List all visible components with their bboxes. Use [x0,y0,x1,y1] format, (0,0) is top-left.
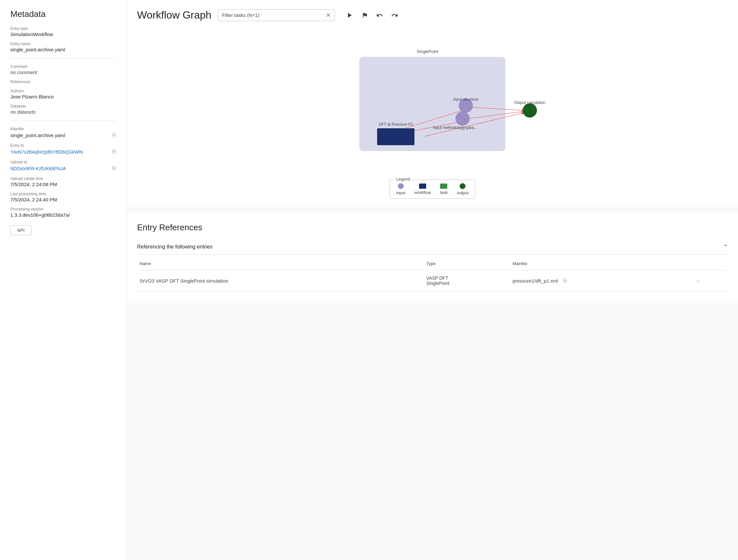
divider-1 [10,58,116,58]
filter-clear-icon[interactable]: ✕ [326,12,331,19]
upload-create-label: Upload create time [10,177,116,181]
input-structure-label: Input structure [453,97,478,102]
mainfile-value: single_point.archive.yaml [10,132,110,138]
output-calc-node[interactable] [523,103,537,117]
col-type: Type [424,257,510,270]
upload-id-value[interactable]: NDDslx9FR-KzfUKKkPloJA [10,166,66,171]
filter-bar[interactable]: ✕ [218,9,335,21]
legend-workflow: workflow [414,184,431,195]
entry-type-label: Entry type [10,26,116,31]
entry-name-label: Entry name [10,42,116,46]
upload-create-value: 7/5/2024, 2:24:08 PM [10,182,116,187]
legend-output: output [457,183,468,195]
api-button[interactable]: API [10,225,31,235]
comment-value: no comment [10,69,116,75]
legend-box: Legend input workflow task output [389,180,475,199]
flag-icon[interactable] [359,9,371,21]
references-section: Entry References Referencing the followi… [127,213,738,300]
processing-version-value: 1.3.3.dev106+g06b23da7a/ [10,212,116,218]
dft-task-label: DFT at Pressure P1 [379,122,413,127]
authors-value: Jose Pizarro Blanco [10,94,116,99]
legend-output-icon [460,183,465,189]
legend-input: input [396,183,405,195]
output-calc-label: Output calculation [514,100,545,105]
entry-id-value[interactable]: Y4xN7s2BAqlVrQd5iY8lDbQGkWlN [10,150,83,155]
undo-icon[interactable] [374,9,386,21]
divider-2 [10,120,116,121]
graph-canvas: SinglePoint Input s [137,28,728,177]
accordion-header[interactable]: Referencing the following entries ⌃ [137,239,728,255]
row-mainfile: pressure1/dft_p1.xml ⎘ [510,270,692,291]
input-methodology-node[interactable] [455,111,470,126]
dft-task-node[interactable] [377,128,414,145]
accordion-chevron-icon[interactable]: ⌃ [723,244,728,250]
mainfile-copy-icon[interactable]: ⎘ [112,132,116,139]
workflow-title: Workflow Graph [137,9,212,21]
legend-title: Legend [394,177,412,182]
col-name: Name [137,257,424,270]
comment-label: Comment [10,64,116,69]
graph-svg: SinglePoint Input s [137,28,728,177]
upload-id-copy-icon[interactable]: ⎘ [112,165,116,172]
row-name: SrVO3 VASP DFT SinglePoint simulation [137,270,424,291]
upload-id-label: Upload id [10,160,116,164]
input-methodology-label: Input methodology para... [433,125,477,130]
table-row: SrVO3 VASP DFT SinglePoint simulation VA… [137,270,728,291]
group-label: SinglePoint [417,49,438,54]
accordion-label: Referencing the following entries [137,244,213,250]
svg-marker-0 [348,13,352,18]
references-label: References [10,79,116,84]
main-content: Workflow Graph ✕ [127,0,738,560]
workflow-section: Workflow Graph ✕ [127,0,738,208]
mainfile-label: Mainfile [10,127,116,131]
authors-label: Authors [10,89,116,93]
mainfile-row-copy-icon[interactable]: ⎘ [563,277,567,284]
legend-output-label: output [457,190,468,195]
entry-id-copy-icon[interactable]: ⎘ [112,149,116,155]
mainfile-text: pressure1/dft_p1.xml [512,278,558,284]
legend-task-label: task [440,190,448,195]
redo-icon[interactable] [389,9,400,21]
datasets-value: no datasets [10,109,116,115]
legend-workflow-icon [419,184,426,189]
filter-input[interactable] [222,12,326,18]
legend-input-icon [398,183,404,189]
last-processing-label: Last processing time [10,192,116,196]
sidebar: Metadata Entry type SimulationWorkflow E… [0,0,127,560]
play-icon[interactable] [344,9,356,21]
row-navigate-icon[interactable]: → [695,277,701,284]
legend-task-icon [440,184,447,189]
legend-input-label: input [396,190,405,195]
datasets-label: Datasets [10,104,116,108]
row-type: VASP DFTSinglePoint [424,270,510,291]
entry-id-label: Entry id [10,143,116,148]
legend-container: Legend input workflow task output [137,180,728,199]
col-mainfile: Mainfile [510,257,692,270]
references-title: Entry References [137,223,728,233]
sidebar-title: Metadata [10,9,116,19]
legend-task: task [440,184,448,195]
last-processing-value: 7/5/2024, 2:24:40 PM [10,197,116,202]
ref-table: Name Type Mainfile SrVO3 VASP DFT Single… [137,257,728,291]
entry-type-value: SimulationWorkflow [10,31,116,37]
workflow-header: Workflow Graph ✕ [137,9,728,21]
entry-name-value: single_point.archive.yaml [10,47,116,52]
legend-workflow-label: workflow [414,190,431,195]
toolbar-icons [344,9,400,21]
processing-version-label: Processing version [10,207,116,212]
